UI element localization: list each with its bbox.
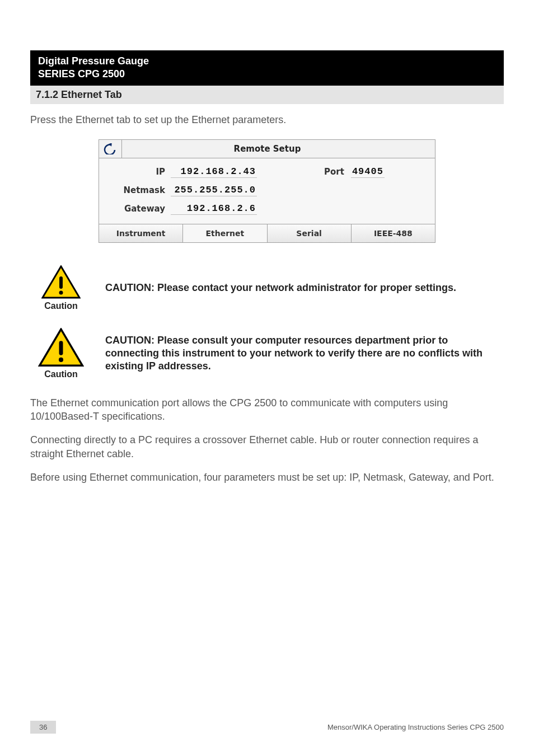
header-line1: Digital Pressure Gauge: [38, 55, 149, 67]
caution-text-2: CAUTION: Please consult your computer re…: [105, 334, 504, 373]
gateway-field[interactable]: 192.168.2.6: [171, 203, 257, 215]
section-heading: 7.1.2 Ethernet Tab: [30, 86, 504, 104]
panel-title: Remote Setup: [100, 140, 435, 157]
panel-body: IP 192.168.2.43 Port 49405 Netmask 255.2…: [99, 158, 435, 224]
tab-ieee488[interactable]: IEEE-488: [352, 224, 435, 242]
intro-paragraph: Press the Ethernet tab to set up the Eth…: [30, 114, 504, 126]
tab-instrument[interactable]: Instrument: [99, 224, 183, 242]
ip-field[interactable]: 192.168.2.43: [171, 166, 257, 178]
port-field[interactable]: 49405: [351, 166, 385, 178]
header-bar: Digital Pressure Gauge SERIES CPG 2500: [30, 50, 504, 86]
gateway-label: Gateway: [114, 204, 171, 214]
footer: 36 Mensor/WIKA Operating Instructions Se…: [30, 721, 504, 734]
netmask-field[interactable]: 255.255.255.0: [171, 185, 257, 196]
caution-icon-1: Caution: [30, 265, 92, 311]
ip-label: IP: [114, 167, 171, 177]
caution-text-1: CAUTION: Please contact your network adm…: [105, 281, 456, 294]
port-label: Port: [324, 167, 351, 177]
paragraph-2: Connecting directly to a PC requires a c…: [30, 433, 504, 461]
tab-serial[interactable]: Serial: [268, 224, 352, 242]
svg-point-2: [59, 290, 63, 294]
warning-triangle-icon: [38, 328, 84, 368]
caution-block-2: Caution CAUTION: Please consult your com…: [30, 328, 504, 379]
paragraph-1: The Ethernet communication port allows t…: [30, 396, 504, 424]
header-line2: SERIES CPG 2500: [38, 68, 496, 81]
tab-ethernet[interactable]: Ethernet: [183, 224, 267, 242]
footer-text: Mensor/WIKA Operating Instructions Serie…: [56, 723, 504, 731]
caution-icon-2: Caution: [30, 328, 92, 379]
paragraph-3: Before using Ethernet communication, fou…: [30, 471, 504, 484]
svg-rect-4: [59, 341, 63, 355]
remote-setup-panel: Remote Setup IP 192.168.2.43 Port 49405 …: [99, 139, 435, 243]
page-number: 36: [30, 721, 56, 734]
panel-title-row: Remote Setup: [99, 140, 435, 158]
caution-label-2: Caution: [30, 369, 92, 379]
svg-rect-1: [59, 276, 63, 289]
netmask-label: Netmask: [114, 185, 171, 195]
caution-label-1: Caution: [30, 301, 92, 311]
svg-point-5: [59, 358, 63, 362]
caution-block-1: Caution CAUTION: Please contact your net…: [30, 265, 504, 311]
warning-triangle-icon: [41, 265, 81, 300]
panel-tabs: Instrument Ethernet Serial IEEE-488: [99, 224, 435, 242]
